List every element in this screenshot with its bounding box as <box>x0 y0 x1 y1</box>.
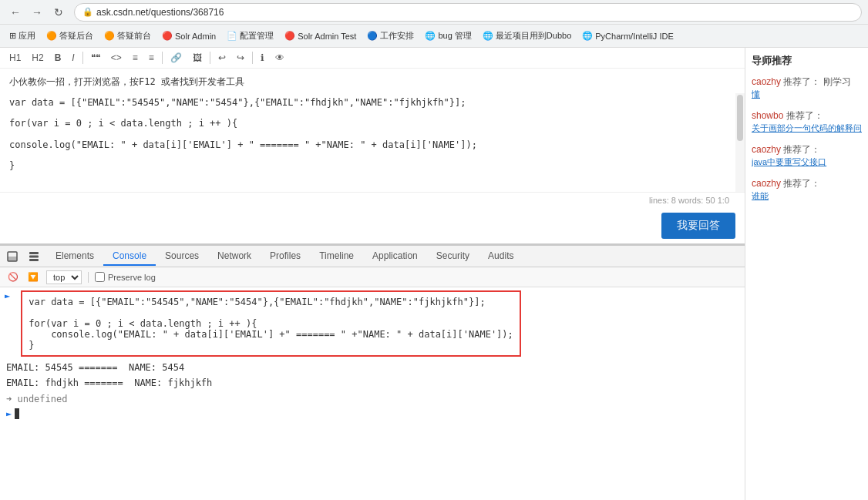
link-button[interactable]: 🔗 <box>167 51 185 65</box>
reload-button[interactable]: ↻ <box>49 3 68 22</box>
bookmark-admin1[interactable]: 🟠 答疑后台 <box>42 29 98 43</box>
toolbar-separator <box>82 52 83 64</box>
sidebar-username-2: showbo <box>752 110 783 121</box>
main-area: H1 H2 B I ❝❝ <> ≡ ≡ 🔗 🖼 ↩ ↪ ℹ 👁 <box>0 48 868 500</box>
bookmark-icon: 🌐 <box>483 31 493 41</box>
svg-rect-2 <box>29 252 39 254</box>
bookmark-admin2[interactable]: 🟠 答疑前台 <box>99 29 156 43</box>
browser-top-bar: ← → ↻ 🔒 ask.csdn.net/questions/368716 <box>0 0 868 25</box>
devtools-tabs: Elements Console Sources Network Profile… <box>0 246 745 267</box>
console-output-undefined: ➜ undefined <box>0 391 745 407</box>
console-cursor <box>15 408 19 419</box>
filter-button[interactable]: 🔽 <box>26 270 40 284</box>
bookmark-icon: 🌐 <box>425 31 436 41</box>
bookmarks-bar: ⊞ 应用 🟠 答疑后台 🟠 答疑前台 🔴 Solr Admin 📄 配置管理 🔴… <box>0 25 868 48</box>
bookmark-pycharm[interactable]: 🌐 PyCharm/IntelliJ IDE <box>577 29 678 42</box>
console-output-line2: EMAIL: fhdjkh ======= NAME: fjkhjkfh <box>0 375 745 391</box>
tab-audits[interactable]: Audits <box>479 247 523 266</box>
tab-sources[interactable]: Sources <box>156 247 208 266</box>
tab-console[interactable]: Console <box>103 247 156 266</box>
console-toolbar: 🚫 🔽 top Preserve log <box>0 267 745 287</box>
code-block-line3: for(var i = 0 ; i < data.length ; i ++ )… <box>29 318 513 329</box>
sidebar-desc-2[interactable]: 关于画部分一句代码的解释问 <box>752 122 862 134</box>
info-button[interactable]: ℹ <box>257 51 267 65</box>
bookmark-icon: 🟠 <box>104 31 115 41</box>
toolbar-divider <box>88 272 89 283</box>
undo-button[interactable]: ↩ <box>215 51 229 65</box>
quote-button[interactable]: ❝❝ <box>88 51 103 65</box>
tab-network[interactable]: Network <box>208 247 261 266</box>
bookmark-work[interactable]: 🔵 工作安排 <box>362 29 419 43</box>
bold-button[interactable]: B <box>52 51 65 65</box>
output-text-2: EMAIL: fhdjkh ======= NAME: fjkhjkfh <box>6 378 212 388</box>
sidebar-item-1: caozhy 推荐了： 刚学习 懂 <box>752 76 862 100</box>
right-sidebar: 导师推荐 caozhy 推荐了： 刚学习 懂 showbo 推荐了： 关于画部分… <box>745 48 868 500</box>
image-button[interactable]: 🖼 <box>190 51 205 65</box>
scrollbar-thumb <box>737 95 743 141</box>
forward-button[interactable]: → <box>28 3 46 22</box>
sidebar-item-4: caozhy 推荐了： 谁能 <box>752 177 862 202</box>
bookmark-label: Solr Admin Test <box>298 32 356 41</box>
sidebar-action-2: 推荐了： <box>786 110 823 121</box>
tab-profiles[interactable]: Profiles <box>261 247 310 266</box>
preserve-log-checkbox[interactable] <box>95 272 105 282</box>
bookmark-bug[interactable]: 🌐 bug 管理 <box>420 29 476 43</box>
list-ul-button[interactable]: ≡ <box>130 51 141 65</box>
sidebar-desc-1[interactable]: 懂 <box>752 89 862 100</box>
bookmark-label: 应用 <box>19 30 35 42</box>
devtools-dock-button[interactable] <box>3 247 22 266</box>
bookmark-icon: 🔵 <box>367 31 378 41</box>
tab-timeline[interactable]: Timeline <box>310 247 363 266</box>
content-area: H1 H2 B I ❝❝ <> ≡ ≡ 🔗 🖼 ↩ ↪ ℹ 👁 <box>0 48 745 500</box>
clear-console-button[interactable]: 🚫 <box>6 270 20 284</box>
apps-icon: ⊞ <box>9 31 16 41</box>
editor-scrollbar[interactable] <box>735 93 745 192</box>
submit-button[interactable]: 我要回答 <box>661 213 735 239</box>
h1-button[interactable]: H1 <box>6 51 24 65</box>
back-button[interactable]: ← <box>6 3 25 22</box>
preserve-log-label[interactable]: Preserve log <box>95 272 156 282</box>
sidebar-username-1: caozhy <box>752 76 781 87</box>
editor-footer: lines: 8 words: 50 1:0 <box>0 192 745 208</box>
devtools-settings-button[interactable] <box>25 247 43 266</box>
svg-rect-4 <box>29 259 39 261</box>
bookmark-label: 最近项目用到Dubbo <box>496 30 571 42</box>
bookmark-icon: 🔴 <box>284 31 295 41</box>
editor-code-line2: for(var i = 0 ; i < data.length ; i ++ )… <box>9 116 735 131</box>
h2-button[interactable]: H2 <box>29 51 46 65</box>
sidebar-desc-4[interactable]: 谁能 <box>752 190 862 202</box>
sidebar-desc-3[interactable]: java中要重写父接口 <box>752 156 862 168</box>
editor-content[interactable]: 小伙教你一招，打开浏览器，按F12 或者找到开发者工具 var data = [… <box>0 69 745 192</box>
italic-button[interactable]: I <box>69 51 77 65</box>
address-bar[interactable]: 🔒 ask.csdn.net/questions/368716 <box>74 3 862 22</box>
preview-button[interactable]: 👁 <box>272 51 288 65</box>
bookmark-apps[interactable]: ⊞ 应用 <box>5 29 40 43</box>
console-code-entry: ► var data = [{"EMAIL":"54545","NAME":"5… <box>0 287 745 360</box>
bookmark-label: 工作安排 <box>380 30 414 42</box>
submit-btn-area: 我要回答 <box>0 208 745 243</box>
console-output-line1: EMAIL: 54545 ======= NAME: 5454 <box>0 360 745 375</box>
bookmark-solr[interactable]: 🔴 Solr Admin <box>157 29 220 42</box>
bookmark-config[interactable]: 📄 配置管理 <box>222 29 278 43</box>
sidebar-item-3: caozhy 推荐了： java中要重写父接口 <box>752 143 862 168</box>
list-ol-button[interactable]: ≡ <box>146 51 157 65</box>
tab-security[interactable]: Security <box>427 247 479 266</box>
output-text-1: EMAIL: 54545 ======= NAME: 5454 <box>6 362 184 373</box>
bookmark-dubbo[interactable]: 🌐 最近项目用到Dubbo <box>478 29 576 43</box>
devtools-panel: Elements Console Sources Network Profile… <box>0 244 745 500</box>
editor-area: H1 H2 B I ❝❝ <> ≡ ≡ 🔗 🖼 ↩ ↪ ℹ 👁 <box>0 48 745 244</box>
redo-button[interactable]: ↪ <box>234 51 247 65</box>
code-block-line2 <box>29 307 513 318</box>
tab-elements[interactable]: Elements <box>46 247 103 266</box>
nav-buttons: ← → ↻ <box>6 3 68 22</box>
toolbar-separator2 <box>162 52 163 64</box>
editor-intro-text: 小伙教你一招，打开浏览器，按F12 或者找到开发者工具 <box>9 75 735 89</box>
code-button[interactable]: <> <box>108 51 125 65</box>
console-input-line[interactable]: ► <box>0 407 745 421</box>
console-prompt: ► <box>6 408 12 419</box>
bookmark-solr-test[interactable]: 🔴 Solr Admin Test <box>280 29 361 42</box>
bookmark-label: 答疑后台 <box>59 30 93 42</box>
tab-application[interactable]: Application <box>363 247 427 266</box>
context-select[interactable]: top <box>46 270 82 284</box>
bookmark-icon: 🌐 <box>582 31 593 41</box>
